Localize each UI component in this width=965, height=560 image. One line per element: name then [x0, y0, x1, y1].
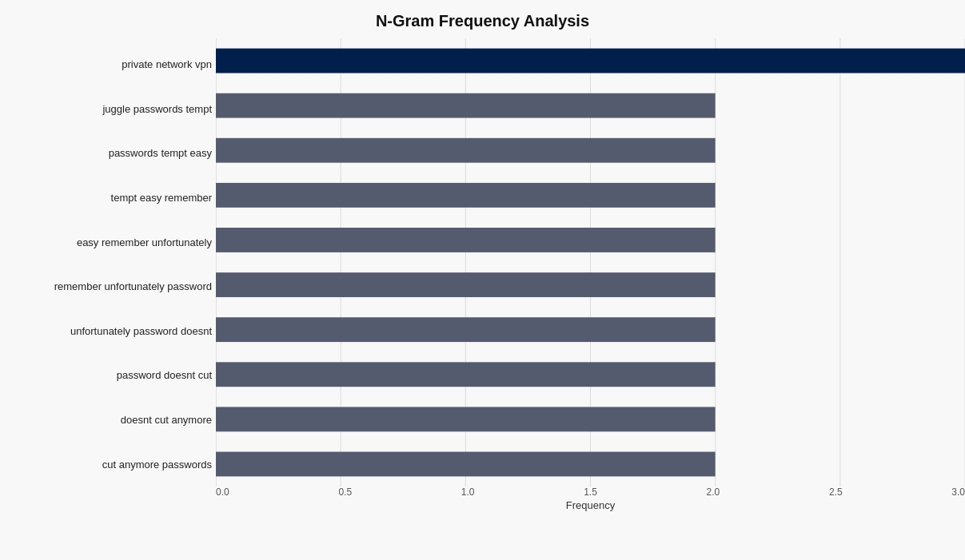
- y-label: passwords tempt easy: [109, 148, 212, 158]
- bar: [216, 93, 716, 118]
- x-tick: 3.0: [951, 487, 965, 498]
- bar: [216, 272, 716, 297]
- y-labels: private network vpnjuggle passwords temp…: [0, 38, 216, 518]
- chart-container: N-Gram Frequency Analysis private networ…: [0, 0, 965, 560]
- y-label: remember unfortunately password: [54, 281, 212, 292]
- bar: [216, 407, 716, 431]
- y-label: password doesnt cut: [117, 370, 212, 380]
- plot-area: private network vpnjuggle passwords temp…: [0, 38, 965, 518]
- x-tick: 2.0: [707, 487, 720, 498]
- y-label: unfortunately password doesnt: [70, 326, 212, 336]
- x-tick: 0.5: [338, 487, 352, 498]
- bar: [216, 228, 716, 252]
- chart-title: N-Gram Frequency Analysis: [0, 8, 965, 30]
- bar: [216, 317, 716, 342]
- bar: [216, 452, 716, 477]
- x-ticks: 0.00.51.01.52.02.53.0: [216, 487, 965, 498]
- y-label: cut anymore passwords: [102, 459, 212, 470]
- bars-and-grid: 0.00.51.01.52.02.53.0 Frequency: [216, 38, 965, 518]
- bar: [216, 183, 716, 208]
- chart-svg: [216, 38, 965, 487]
- y-label: tempt easy remember: [111, 193, 212, 203]
- x-tick: 0.0: [216, 487, 229, 498]
- bar: [216, 49, 965, 73]
- bar: [216, 362, 716, 387]
- bar: [216, 138, 716, 163]
- y-label: juggle passwords tempt: [102, 104, 212, 114]
- y-label: doesnt cut anymore: [121, 415, 212, 425]
- x-axis-label: Frequency: [566, 499, 615, 511]
- chart-area: private network vpnjuggle passwords temp…: [0, 38, 965, 518]
- x-tick: 2.5: [829, 487, 843, 498]
- x-axis-area: 0.00.51.01.52.02.53.0 Frequency: [216, 487, 965, 518]
- grid-and-bars: [216, 38, 965, 487]
- y-label: private network vpn: [122, 59, 212, 70]
- y-label: easy remember unfortunately: [77, 237, 212, 248]
- x-tick: 1.5: [584, 487, 597, 498]
- x-tick: 1.0: [461, 487, 475, 498]
